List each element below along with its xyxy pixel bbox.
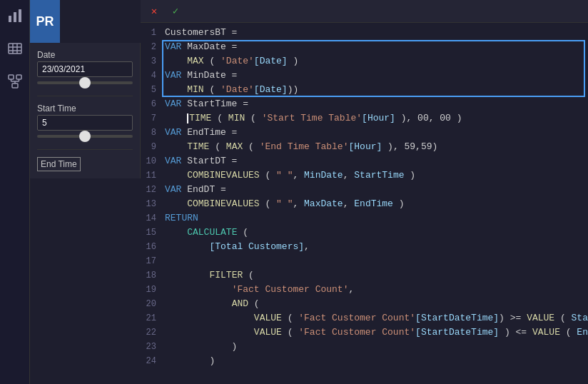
line-content: VAR EndTime = xyxy=(162,126,588,140)
line-number: 9 xyxy=(141,140,162,154)
confirm-button[interactable]: ✓ xyxy=(168,4,183,19)
line-number: 14 xyxy=(141,211,162,226)
code-area[interactable]: 1 CustomersBT = 2 VAR MaxDate = 3 MAX ( … xyxy=(141,23,588,384)
code-line: 19 'Fact Customer Count', xyxy=(141,283,588,297)
code-line: 21 VALUE ( 'Fact Customer Count'[StartDa… xyxy=(141,311,588,325)
line-number: 24 xyxy=(141,354,162,368)
date-slider[interactable] xyxy=(37,81,133,84)
line-number: 11 xyxy=(141,168,162,183)
code-line: 14 RETURN xyxy=(141,211,588,226)
code-line: 6 VAR StartTime = xyxy=(141,97,588,111)
sidebar xyxy=(0,0,30,384)
line-number: 2 xyxy=(141,40,162,54)
line-content: VAR MinDate = xyxy=(162,69,588,83)
filter-panel: Date 23/03/2021 Start Time 5 End Time xyxy=(30,43,141,178)
code-line: 12 VAR EndDT = xyxy=(141,183,588,197)
code-line: 18 FILTER ( xyxy=(141,268,588,283)
line-content: FILTER ( xyxy=(162,268,588,283)
code-line: 22 VALUE ( 'Fact Customer Count'[StartDa… xyxy=(141,325,588,340)
line-content: VALUE ( 'Fact Customer Count'[StartDateT… xyxy=(162,325,588,340)
code-line: 13 COMBINEVALUES ( " ", MaxDate, EndTime… xyxy=(141,197,588,211)
line-number: 21 xyxy=(141,311,162,325)
code-line: 20 AND ( xyxy=(141,297,588,311)
code-line: 3 MAX ( 'Date'[Date] ) xyxy=(141,54,588,69)
svg-rect-8 xyxy=(9,75,14,79)
line-content: CALCULATE ( xyxy=(162,226,588,240)
line-number: 4 xyxy=(141,69,162,83)
line-content: VAR EndDT = xyxy=(162,183,588,197)
line-content: RETURN xyxy=(162,211,588,226)
line-number: 13 xyxy=(141,197,162,211)
code-line: 9 TIME ( MAX ( 'End Time Table'[Hour] ),… xyxy=(141,140,588,154)
line-number: 20 xyxy=(141,297,162,311)
code-line: 1 CustomersBT = xyxy=(141,26,588,40)
code-line: 5 MIN ( 'Date'[Date])) xyxy=(141,83,588,97)
start-time-slider-handle[interactable] xyxy=(79,131,91,142)
date-slider-handle[interactable] xyxy=(79,77,91,89)
end-time-label: End Time xyxy=(37,157,81,171)
start-time-label: Start Time xyxy=(37,103,133,113)
code-line: 16 [Total Customers], xyxy=(141,240,588,254)
line-number: 3 xyxy=(141,54,162,69)
line-content: CustomersBT = xyxy=(162,26,588,40)
line-number: 5 xyxy=(141,83,162,97)
line-content: TIME ( MIN ( 'Start Time Table'[Hour] ),… xyxy=(162,111,588,126)
line-content: AND ( xyxy=(162,297,588,311)
svg-rect-10 xyxy=(12,84,18,88)
code-line: 23 ) xyxy=(141,340,588,354)
start-time-value[interactable]: 5 xyxy=(37,115,133,131)
date-filter-section: Date 23/03/2021 xyxy=(37,50,133,96)
svg-rect-9 xyxy=(16,75,21,79)
sidebar-icon-schema[interactable] xyxy=(5,71,25,91)
line-number: 6 xyxy=(141,97,162,111)
end-time-filter-section: End Time xyxy=(37,157,133,171)
sidebar-icon-barchart[interactable] xyxy=(5,6,25,26)
svg-rect-3 xyxy=(9,44,21,54)
line-number: 7 xyxy=(141,111,162,126)
start-time-filter-section: Start Time 5 xyxy=(37,103,133,150)
line-number: 17 xyxy=(141,254,162,268)
line-number: 8 xyxy=(141,126,162,140)
start-time-slider[interactable] xyxy=(37,135,133,138)
cancel-button[interactable]: ✕ xyxy=(146,4,162,19)
editor-toolbar: ✕ ✓ xyxy=(141,0,588,23)
line-content: VAR MaxDate = xyxy=(162,40,588,54)
main-content: PR Date 23/03/2021 Start Time 5 E xyxy=(30,0,588,384)
code-line: 10 VAR StartDT = xyxy=(141,154,588,168)
date-filter-value[interactable]: 23/03/2021 xyxy=(37,61,133,77)
code-line: 15 CALCULATE ( xyxy=(141,226,588,240)
sidebar-icon-table[interactable] xyxy=(5,39,25,59)
code-line: 2 VAR MaxDate = xyxy=(141,40,588,54)
logo-text: PR xyxy=(36,14,54,29)
code-line: 24 ) xyxy=(141,354,588,368)
line-content: COMBINEVALUES ( " ", MinDate, StartTime … xyxy=(162,168,588,183)
line-content: ) xyxy=(162,354,588,368)
line-content: VALUE ( 'Fact Customer Count'[StartDateT… xyxy=(162,311,588,325)
line-content: COMBINEVALUES ( " ", MaxDate, EndTime ) xyxy=(162,197,588,211)
line-number: 12 xyxy=(141,183,162,197)
line-content: VAR StartTime = xyxy=(162,97,588,111)
code-line: 11 COMBINEVALUES ( " ", MinDate, StartTi… xyxy=(141,168,588,183)
line-number: 19 xyxy=(141,283,162,297)
code-editor: ✕ ✓ 1 CustomersBT = 2 VAR MaxDate = 3 MA… xyxy=(141,0,588,384)
line-number: 10 xyxy=(141,154,162,168)
line-content: [Total Customers], xyxy=(162,240,588,254)
line-number: 23 xyxy=(141,340,162,354)
code-line: 7 TIME ( MIN ( 'Start Time Table'[Hour] … xyxy=(141,111,588,126)
line-content: MIN ( 'Date'[Date])) xyxy=(162,83,588,97)
code-line: 17 xyxy=(141,254,588,268)
svg-rect-0 xyxy=(9,16,11,22)
line-content: MAX ( 'Date'[Date] ) xyxy=(162,54,588,69)
line-content: ) xyxy=(162,340,588,354)
line-number: 18 xyxy=(141,268,162,283)
line-number: 16 xyxy=(141,240,162,254)
svg-rect-1 xyxy=(14,12,16,22)
line-content: 'Fact Customer Count', xyxy=(162,283,588,297)
svg-rect-2 xyxy=(19,9,21,22)
code-line: 8 VAR EndTime = xyxy=(141,126,588,140)
code-line: 4 VAR MinDate = xyxy=(141,69,588,83)
line-content: TIME ( MAX ( 'End Time Table'[Hour] ), 5… xyxy=(162,140,588,154)
logo-area: PR xyxy=(30,0,60,43)
line-number: 22 xyxy=(141,325,162,340)
selection-wrapper: 2 VAR MaxDate = 3 MAX ( 'Date'[Date] ) 4… xyxy=(141,40,588,97)
